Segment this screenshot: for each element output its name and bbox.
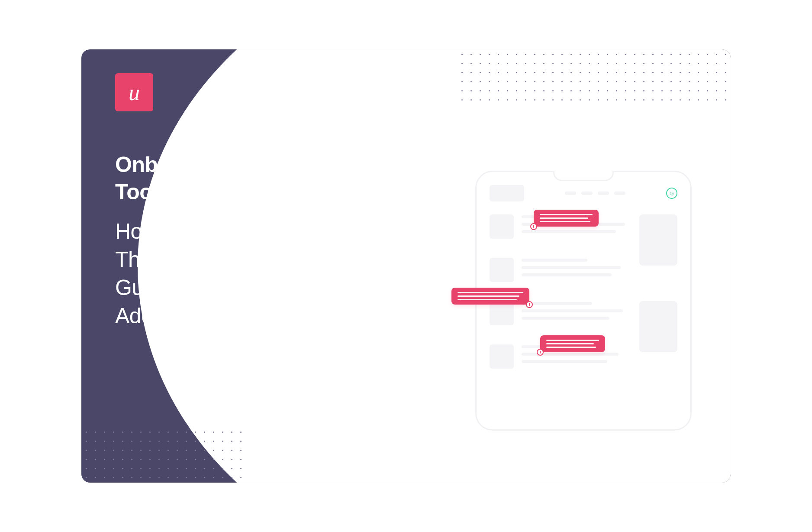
brand-logo-letter: u — [129, 80, 140, 105]
brand-logo: u — [115, 73, 153, 111]
headline: Onboarding Tooltips for SaaS: How to Bes… — [115, 151, 298, 330]
sub-line-3: Guide Users to — [115, 276, 256, 300]
thumbnail-placeholder — [490, 214, 514, 239]
sub-line-4: Adopt Your Product — [115, 304, 298, 328]
dot-grid-bottom-left — [86, 431, 242, 478]
thumbnail-placeholder — [490, 301, 514, 325]
headline-title: Onboarding Tooltips for SaaS: — [115, 151, 298, 205]
mock-list-item — [490, 258, 632, 282]
mock-logo-placeholder — [490, 185, 524, 201]
info-icon — [530, 223, 537, 230]
tooltip-callout-1 — [534, 210, 599, 227]
sub-line-2: This UI Pattern to — [115, 247, 280, 272]
dot-grid-top-right — [461, 54, 726, 101]
headline-subtitle: How to Best Use This UI Pattern to Guide… — [115, 217, 298, 330]
info-icon — [537, 349, 544, 356]
title-line-1: Onboarding — [115, 152, 235, 177]
smiley-glyph: ☺ — [669, 190, 675, 197]
tooltip-callout-3 — [540, 335, 605, 352]
mock-list-item — [490, 301, 632, 325]
info-icon — [526, 301, 533, 308]
text-lines-placeholder — [522, 258, 632, 276]
mock-nav-placeholder — [565, 191, 625, 195]
title-line-2: Tooltips for SaaS: — [115, 180, 295, 204]
side-card-placeholder — [639, 301, 677, 352]
device-notch — [553, 171, 614, 181]
hero-banner: u Onboarding Tooltips for SaaS: How to B… — [81, 49, 731, 483]
thumbnail-placeholder — [490, 258, 514, 282]
smiley-icon: ☺ — [666, 188, 677, 199]
thumbnail-placeholder — [490, 344, 514, 369]
side-card-placeholder — [639, 214, 677, 266]
text-lines-placeholder — [522, 301, 632, 320]
sub-line-1: How to Best Use — [115, 219, 273, 243]
tooltip-callout-2 — [451, 288, 529, 305]
mock-header: ☺ — [490, 185, 677, 201]
